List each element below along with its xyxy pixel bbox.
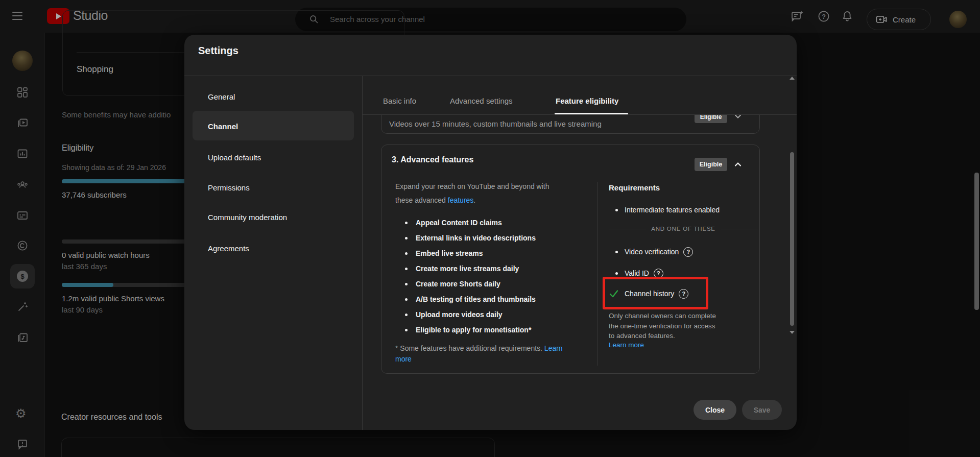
bullet-dot [615, 209, 618, 211]
divider-line [609, 229, 646, 229]
owners-note: Only channel owners can complete the one… [609, 311, 716, 341]
help-glyph: ? [657, 270, 660, 276]
option-label: Valid ID [625, 269, 649, 277]
close-button[interactable]: Close [694, 400, 736, 420]
footnote: * Some features have additional requirem… [395, 343, 566, 365]
chevron-up-icon[interactable] [733, 159, 743, 170]
note-line: to advanced features. [609, 331, 716, 341]
intermediate-features-card: Videos over 15 minutes, custom thumbnail… [381, 115, 760, 134]
help-glyph: ? [687, 249, 690, 255]
dialog-title: Settings [198, 45, 238, 57]
feature-item: Create more live streams daily [402, 261, 519, 276]
help-icon[interactable]: ? [683, 247, 693, 257]
settings-nav-general[interactable]: General [208, 92, 235, 101]
page-scrollbar-thumb[interactable] [974, 173, 979, 310]
card-columns-divider [597, 182, 598, 366]
option-video-verification: Video verification ? [609, 247, 693, 257]
feature-item: Embed live streams [402, 246, 483, 261]
footnote-text: * Some features have additional requirem… [395, 344, 544, 352]
advanced-features-card: 3. Advanced features Eligible Expand you… [381, 145, 760, 374]
divider-label: AND ONE OF THESE [651, 226, 715, 232]
feature-item: Eligible to apply for monetisation* [402, 322, 531, 338]
feature-eligibility-panel: Videos over 15 minutes, custom thumbnail… [363, 115, 790, 393]
scrollbar-down-arrow[interactable] [790, 331, 795, 334]
and-one-of-these-divider: AND ONE OF THESE [609, 226, 758, 232]
requirements-title: Requirements [609, 183, 660, 192]
feature-item: Appeal Content ID claims [402, 215, 502, 230]
features-list: Appeal Content ID claims External links … [402, 215, 586, 338]
advanced-status-badge: Eligible [695, 158, 727, 171]
bullet-dot [615, 251, 618, 253]
option-label: Video verification [625, 248, 679, 256]
settings-nav-upload-defaults[interactable]: Upload defaults [208, 153, 261, 162]
intermediate-card-description: Videos over 15 minutes, custom thumbnail… [389, 119, 602, 128]
dialog-scrollbar-thumb[interactable] [790, 152, 794, 326]
note-line: the one-time verification for access [609, 321, 716, 331]
feature-item: Upload more videos daily [402, 307, 503, 322]
requirement-intermediate-enabled: Intermediate features enabled [609, 205, 720, 215]
settings-nav-channel[interactable]: Channel [208, 122, 238, 131]
chevron-down-icon[interactable] [733, 115, 743, 122]
red-highlight-box [603, 277, 708, 309]
feature-item: External links in video descriptions [402, 230, 536, 246]
features-link[interactable]: features [448, 196, 474, 204]
intermediate-status-badge: Eligible [695, 115, 727, 123]
scrollbar-up-arrow[interactable] [790, 77, 795, 80]
tab-basic-info[interactable]: Basic info [383, 97, 416, 105]
settings-nav-community-moderation[interactable]: Community moderation [208, 213, 287, 222]
requirement-label: Intermediate features enabled [625, 206, 720, 214]
divider-line [721, 229, 758, 229]
save-button-disabled[interactable]: Save [742, 400, 782, 420]
intro-suffix: . [473, 196, 475, 204]
settings-dialog: Settings General Channel Upload defaults… [184, 35, 797, 430]
feature-item: Create more Shorts daily [402, 276, 500, 292]
bullet-dot [615, 272, 618, 275]
note-line: Only channel owners can complete [609, 311, 716, 321]
tab-feature-eligibility[interactable]: Feature eligibility [556, 97, 618, 105]
advanced-card-title: 3. Advanced features [392, 155, 473, 164]
settings-nav-agreements[interactable]: Agreements [208, 244, 249, 253]
advanced-card-intro: Expand your reach on YouTube and beyond … [395, 180, 551, 207]
settings-nav-permissions[interactable]: Permissions [208, 183, 250, 192]
tab-advanced-settings[interactable]: Advanced settings [450, 97, 513, 105]
requirements-learn-more-link[interactable]: Learn more [609, 341, 644, 349]
dialog-header-divider [184, 76, 797, 76]
feature-item: A/B testing of titles and thumbnails [402, 292, 536, 307]
